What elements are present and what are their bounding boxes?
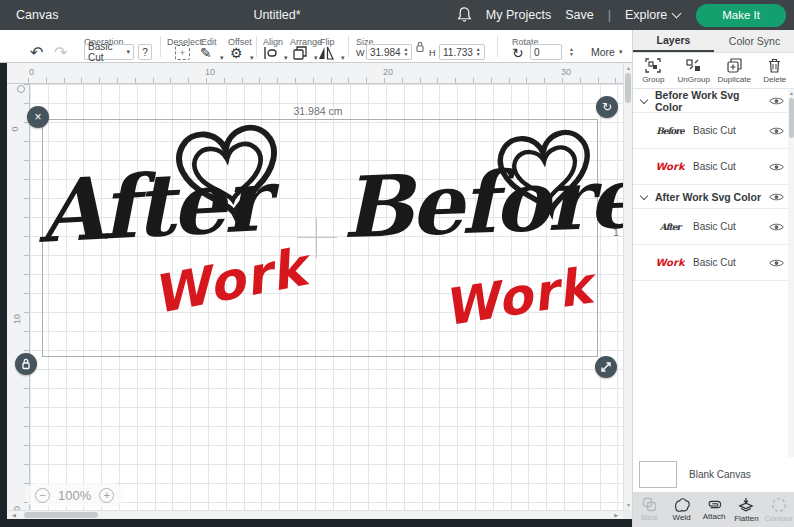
layer-group-row[interactable]: After Work Svg Color <box>633 185 788 209</box>
slice-label: Slice <box>641 513 658 522</box>
caret-down-icon: ▾ <box>619 48 623 56</box>
ruler-mark: 0 <box>10 126 20 131</box>
more-menu[interactable]: More ▾ <box>588 44 625 60</box>
flatten-button[interactable]: Flatten <box>730 492 762 527</box>
slice-button: Slice <box>633 492 665 527</box>
blank-canvas-row[interactable]: Blank Canvas <box>633 457 794 492</box>
layer-group-row[interactable]: Before Work Svg Color <box>633 89 788 113</box>
layer-operation-label: Basic Cut <box>693 125 769 136</box>
ruler-mark: 0 <box>29 67 34 77</box>
lock-handle[interactable] <box>15 353 37 375</box>
scroll-up-icon[interactable]: ▲ <box>625 65 632 71</box>
canvas-horizontal-scrollbar[interactable]: ◀ ▶ <box>7 510 623 519</box>
delete-handle[interactable]: × <box>27 106 49 128</box>
zoom-out-button[interactable]: − <box>35 488 50 503</box>
weld-button[interactable]: Weld <box>665 492 697 527</box>
canvas-vertical-scrollbar[interactable]: ▲ ▼ <box>623 63 632 510</box>
height-field[interactable]: 11.733 ▲▼ <box>439 44 485 60</box>
visibility-eye-icon[interactable] <box>769 96 784 106</box>
project-title[interactable]: Untitled* <box>253 0 300 30</box>
operation-help-button[interactable]: ? <box>138 44 152 60</box>
ruler-top: 0 10 20 30 <box>7 63 623 84</box>
redo-button[interactable]: ↷ <box>54 46 67 60</box>
my-projects-link[interactable]: My Projects <box>486 8 551 22</box>
visibility-eye-icon[interactable] <box>769 126 784 136</box>
tab-layers[interactable]: Layers <box>633 30 714 52</box>
blank-canvas-swatch[interactable] <box>639 461 677 488</box>
deselect-button[interactable]: + <box>175 45 190 60</box>
arrange-button[interactable] <box>293 46 307 60</box>
ruler-origin-button[interactable] <box>17 85 25 93</box>
operation-value: Basic Cut <box>88 41 122 63</box>
save-link[interactable]: Save <box>565 8 594 22</box>
scroll-up-icon[interactable]: ▲ <box>788 90 794 96</box>
slice-icon <box>642 497 657 512</box>
rotate-handle[interactable]: ↻ <box>596 96 618 118</box>
group-icon <box>645 58 661 73</box>
edit-pencil-button[interactable]: ✎ <box>200 46 212 60</box>
toolbar-separator <box>256 36 257 57</box>
visibility-eye-icon[interactable] <box>769 162 784 172</box>
rotate-icon: ↻ <box>602 100 612 114</box>
scroll-down-icon[interactable]: ▼ <box>625 502 632 508</box>
rotate-field[interactable]: 0 <box>530 44 562 60</box>
explore-menu[interactable]: Explore <box>625 8 680 22</box>
ungroup-icon <box>686 58 702 73</box>
layer-row[interactable]: Before Basic Cut <box>633 113 788 149</box>
group-button[interactable]: Group <box>633 53 674 88</box>
selection-width-label: 31.984 cm <box>293 105 342 117</box>
resize-handle[interactable] <box>595 356 617 378</box>
duplicate-button[interactable]: Duplicate <box>714 53 755 88</box>
layer-row[interactable]: After Basic Cut <box>633 209 788 245</box>
visibility-eye-icon[interactable] <box>769 222 784 232</box>
undo-button[interactable]: ↶ <box>30 46 43 60</box>
layers-scroll-thumb[interactable] <box>789 98 794 138</box>
rotate-stepper[interactable]: ▲▼ <box>569 47 574 57</box>
layer-thumbnail: After <box>655 216 685 238</box>
scroll-left-icon[interactable]: ◀ <box>12 512 16 518</box>
width-field[interactable]: 31.984 ▲▼ <box>366 44 412 60</box>
rotate-button[interactable]: ↻ <box>512 46 524 60</box>
canvas-menu-button[interactable]: Canvas <box>16 0 58 30</box>
layer-row[interactable]: Work Basic Cut <box>633 245 788 281</box>
chevron-down-icon <box>672 9 682 19</box>
zoom-control: − 100% + <box>25 483 124 507</box>
cricut-design-space-app: Canvas Untitled* My Projects Save | Expl… <box>0 0 794 527</box>
x-icon: × <box>34 110 41 124</box>
visibility-eye-icon[interactable] <box>769 258 784 268</box>
artwork-after-text[interactable]: After <box>36 149 268 262</box>
ungroup-button[interactable]: UnGroup <box>674 53 715 88</box>
tab-color-sync[interactable]: Color Sync <box>714 30 794 52</box>
align-button[interactable] <box>263 46 277 60</box>
layer-row[interactable]: Work Basic Cut <box>633 149 788 185</box>
ruler-mark: 10 <box>205 67 215 77</box>
group-label: Group <box>642 75 664 84</box>
offset-button[interactable]: ⚙ <box>230 46 243 60</box>
delete-button[interactable]: Delete <box>755 53 794 88</box>
attach-paperclip-icon <box>706 498 723 511</box>
horizontal-scroll-thumb[interactable] <box>24 512 98 518</box>
chevron-down-icon[interactable] <box>640 191 648 199</box>
visibility-eye-icon[interactable] <box>769 192 784 202</box>
layers-scrollbar[interactable]: ▲ <box>788 89 794 457</box>
chevron-down-icon[interactable] <box>640 95 648 103</box>
toolbar-separator <box>497 36 498 57</box>
scroll-right-icon[interactable]: ▶ <box>614 512 618 518</box>
make-it-button[interactable]: Make It <box>696 4 786 27</box>
notifications-bell-icon[interactable] <box>457 7 472 23</box>
zoom-in-button[interactable]: + <box>99 488 114 503</box>
rotate-value: 0 <box>534 47 540 58</box>
more-label: More <box>591 46 615 58</box>
vertical-scroll-thumb[interactable] <box>625 73 631 103</box>
header-divider: | <box>608 8 611 22</box>
attach-button[interactable]: Attach <box>698 492 730 527</box>
operation-dropdown[interactable]: Basic Cut ▾ <box>84 44 134 60</box>
ruler-mark: 10 <box>12 314 22 324</box>
lock-aspect-icon[interactable] <box>415 41 425 53</box>
artwork-before-text[interactable]: Before <box>340 148 640 257</box>
canvas-area[interactable]: 0 10 20 30 0 10 20 31.984 cm 1 After Wor… <box>0 63 632 527</box>
height-stepper[interactable]: ▲▼ <box>476 47 481 57</box>
width-stepper[interactable]: ▲▼ <box>404 47 409 57</box>
ruler-mark: 30 <box>561 67 571 77</box>
flip-button[interactable] <box>318 46 334 60</box>
